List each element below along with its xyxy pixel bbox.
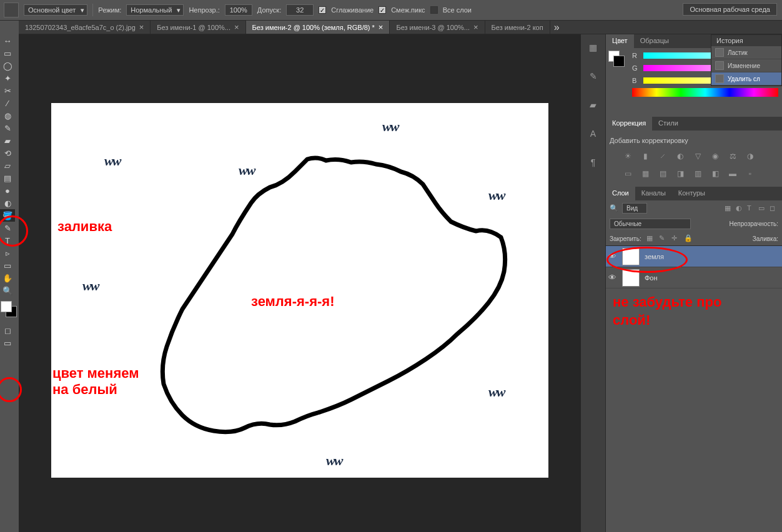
curves-icon[interactable]: ⟋ [657, 150, 668, 162]
clone-dock-icon[interactable]: ▰ [586, 98, 600, 112]
color-panel-swatch[interactable] [608, 51, 625, 67]
foreground-color[interactable] [1, 301, 12, 312]
zoom-tool[interactable]: 🔍 [0, 284, 15, 297]
close-icon[interactable]: × [139, 22, 144, 32]
char-dock-icon[interactable]: A [586, 127, 600, 140]
vibrance-icon[interactable]: ▽ [692, 150, 703, 162]
tabs-overflow-icon[interactable]: » [550, 21, 563, 34]
gradmap-icon[interactable]: ▬ [727, 168, 738, 179]
opacity-label: Непрозр.: [189, 6, 219, 14]
blur-tool[interactable]: ● [0, 184, 15, 197]
levels-icon[interactable]: ▮ [640, 150, 651, 162]
lock-all-icon[interactable]: 🔒 [684, 234, 693, 243]
para-dock-icon[interactable]: ¶ [586, 155, 600, 169]
selective-icon[interactable]: ▫ [745, 168, 756, 179]
paint-bucket-tool[interactable]: 🪣 [0, 209, 15, 222]
canvas[interactable]: ww ww ww ww ww ww ww земля-я-я-я! [51, 103, 548, 478]
fill-mode-dropdown[interactable]: Основной цвет [24, 4, 87, 16]
history-item[interactable]: Ластик [711, 46, 781, 59]
lock-paint-icon[interactable]: ✎ [659, 234, 668, 243]
tolerance-label: Допуск: [257, 6, 281, 14]
contiguous-checkbox[interactable]: ✓ [379, 6, 386, 14]
opacity-input[interactable]: 100% [225, 4, 252, 16]
opacity-label: Непрозрачность: [729, 220, 778, 227]
visibility-icon[interactable]: 👁 [608, 273, 617, 282]
exposure-icon[interactable]: ◐ [675, 150, 686, 162]
brush-tool[interactable]: ✎ [0, 122, 15, 134]
brushes-dock-icon[interactable]: ✎ [586, 69, 600, 83]
tab-4[interactable]: Без имени-2 коп [485, 21, 550, 34]
dodge-tool[interactable]: ◐ [0, 197, 15, 209]
swatches-tab[interactable]: Образцы [634, 34, 675, 48]
brightness-icon[interactable]: ☀ [622, 150, 633, 162]
tab-2[interactable]: Без имени-2 @ 100% (земля, RGB/8) *× [246, 21, 390, 34]
hue-icon[interactable]: ◉ [710, 150, 721, 162]
eraser-tool[interactable]: ▱ [0, 159, 15, 172]
color-tab[interactable]: Цвет [606, 34, 634, 48]
pen-tool[interactable]: ✎ [0, 222, 15, 234]
paths-tab[interactable]: Контуры [672, 187, 711, 200]
close-icon[interactable]: × [234, 22, 239, 32]
all-layers-checkbox[interactable] [430, 6, 438, 14]
threshold-icon[interactable]: ◧ [710, 168, 721, 179]
wand-tool[interactable]: ✦ [0, 72, 15, 84]
move-tool[interactable]: ↔ [0, 34, 15, 47]
mode-label: Режим: [98, 6, 121, 14]
stamp-tool[interactable]: ▰ [0, 134, 15, 147]
layer-kind-dropdown[interactable]: Вид [622, 203, 647, 214]
history-tab[interactable]: История [711, 35, 781, 46]
tab-3[interactable]: Без имени-3 @ 100%...× [390, 21, 485, 34]
blend-mode-dropdown[interactable]: Обычные [610, 219, 691, 229]
hand-tool[interactable]: ✋ [0, 272, 15, 284]
history-item[interactable]: Удалить сл [711, 72, 781, 86]
crop-tool[interactable]: ✂ [0, 84, 15, 97]
blend-mode-dropdown[interactable]: Нормальный [126, 4, 184, 16]
tab-1[interactable]: Без имени-1 @ 100%...× [151, 21, 245, 34]
close-icon[interactable]: × [473, 22, 478, 32]
color-swatches[interactable] [0, 300, 17, 318]
lock-transparency-icon[interactable]: ▦ [646, 234, 655, 243]
add-adjust-label: Добавить корректировку [610, 134, 778, 147]
eyedropper-tool[interactable]: ⁄ [0, 97, 15, 109]
type-tool[interactable]: T [0, 234, 15, 247]
photo-filter-icon[interactable]: ▭ [622, 168, 633, 179]
antialias-checkbox[interactable]: ✓ [319, 6, 326, 14]
screenmode-tool[interactable]: ▭ [0, 337, 15, 349]
filter-adjust-icon[interactable]: ◐ [736, 204, 745, 213]
adjust-tab[interactable]: Коррекция [606, 117, 652, 131]
close-icon[interactable]: × [379, 22, 384, 32]
filter-pixel-icon[interactable]: ▦ [725, 204, 733, 213]
swatches-dock-icon[interactable]: ▦ [586, 41, 600, 54]
channels-tab[interactable]: Каналы [635, 187, 672, 200]
lookup-icon[interactable]: ▤ [657, 168, 668, 179]
gradient-tool[interactable]: ▤ [0, 172, 15, 184]
posterize-icon[interactable]: ▥ [692, 168, 703, 179]
annotation-circle-layer [606, 247, 688, 273]
heal-tool[interactable]: ◍ [0, 109, 15, 122]
marquee-tool[interactable]: ▭ [0, 47, 15, 59]
quickmask-tool[interactable]: ◻ [0, 324, 15, 337]
tab-0[interactable]: 13250702343_e8acfe5a7c_o (2).jpg× [19, 21, 151, 34]
mixer-icon[interactable]: ▦ [640, 168, 651, 179]
history-item[interactable]: Изменение [711, 59, 781, 72]
tolerance-input[interactable]: 32 [286, 4, 314, 16]
path-sel-tool[interactable]: ▹ [0, 247, 15, 259]
hue-strip[interactable] [632, 88, 778, 97]
layers-tab[interactable]: Слои [606, 187, 635, 200]
filter-smart-icon[interactable]: ◻ [770, 204, 778, 213]
filter-type-icon[interactable]: T [747, 204, 756, 213]
lasso-tool[interactable]: ◯ [0, 59, 15, 72]
balance-icon[interactable]: ⚖ [727, 150, 738, 162]
invert-icon[interactable]: ◨ [675, 168, 686, 179]
toolbar: ↔ ▭ ◯ ✦ ✂ ⁄ ◍ ✎ ▰ ⟲ ▱ ▤ ● ◐ 🪣 ✎ T ▹ ▭ ✋ … [0, 34, 19, 349]
layer-name[interactable]: Фон [645, 274, 658, 282]
workspace-button[interactable]: Основная рабочая среда [683, 3, 777, 16]
tool-preset-icon[interactable] [4, 2, 19, 17]
styles-tab[interactable]: Стили [652, 117, 685, 131]
history-brush-tool[interactable]: ⟲ [0, 147, 15, 159]
lock-position-icon[interactable]: ✛ [671, 234, 680, 243]
fill-label: Заливка: [753, 235, 778, 242]
shape-tool[interactable]: ▭ [0, 259, 15, 272]
filter-shape-icon[interactable]: ▭ [758, 204, 767, 213]
bw-icon[interactable]: ◑ [745, 150, 756, 162]
